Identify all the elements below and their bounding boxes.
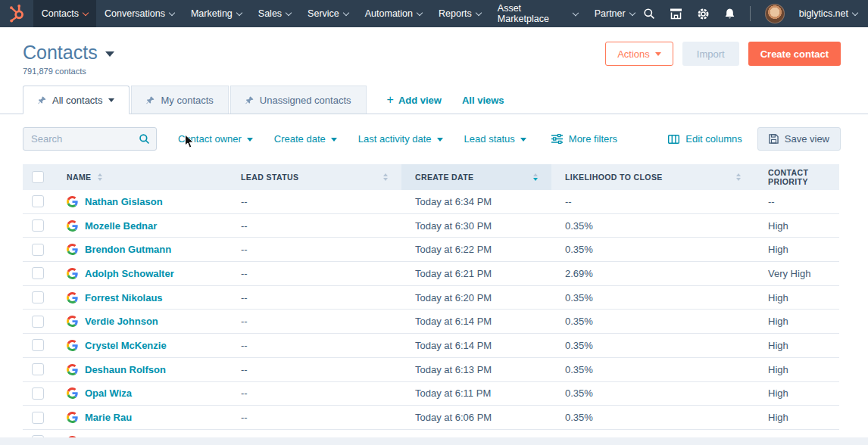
lead-status-cell: --	[227, 220, 401, 232]
nav-item-partner[interactable]: Partner	[586, 0, 643, 27]
filter-lead-status[interactable]: Lead status	[464, 133, 526, 145]
settings-gear-icon[interactable]	[697, 8, 710, 20]
priority-cell: High	[754, 316, 839, 327]
chevron-down-icon	[236, 9, 242, 15]
add-view-link[interactable]: Add view	[387, 94, 442, 106]
contact-name-link[interactable]: Verdie Johnson	[85, 316, 158, 327]
table-row[interactable]: Forrest Nikolaus -- Today at 6:20 PM 0.3…	[23, 286, 839, 310]
column-header-lead-status[interactable]: LEAD STATUS	[227, 164, 401, 190]
nav-item-reports[interactable]: Reports	[430, 0, 489, 27]
sort-icon[interactable]	[383, 173, 388, 181]
create-date-cell: Today at 6:14 PM	[401, 340, 551, 351]
row-checkbox[interactable]	[32, 244, 44, 256]
create-date-cell: Today at 6:13 PM	[401, 364, 551, 375]
actions-button[interactable]: Actions	[605, 42, 673, 66]
google-logo-icon	[67, 364, 78, 375]
nav-item-automation[interactable]: Automation	[357, 0, 430, 27]
nav-item-asset-marketplace[interactable]: Asset Marketplace	[489, 0, 586, 27]
row-checkbox[interactable]	[32, 267, 44, 279]
google-logo-icon	[67, 316, 78, 327]
contact-name-link[interactable]: Nathan Gislason	[85, 196, 163, 207]
filter-last-activity-date[interactable]: Last activity date	[358, 133, 443, 145]
column-header-likelihood-to-close[interactable]: LIKELIHOOD TO CLOSE	[551, 164, 754, 190]
contact-name-link[interactable]: Forrest Nikolaus	[85, 292, 163, 303]
table-row[interactable]: Opal Wiza -- Today at 6:11 PM 0.35% High	[23, 382, 839, 406]
priority-cell: High	[754, 412, 839, 423]
create-contact-button[interactable]: Create contact	[748, 42, 841, 66]
chevron-down-icon	[852, 9, 858, 15]
nav-item-sales[interactable]: Sales	[250, 0, 299, 27]
row-checkbox[interactable]	[32, 195, 44, 207]
contact-name-link[interactable]: Adolph Schowalter	[85, 268, 174, 279]
row-checkbox[interactable]	[32, 339, 44, 351]
filter-contact-owner[interactable]: Contact owner	[178, 133, 253, 145]
search-input[interactable]	[23, 127, 157, 151]
row-checkbox[interactable]	[32, 219, 44, 232]
contact-name-link[interactable]: Mozelle Bednar	[85, 220, 157, 232]
all-views-link[interactable]: All views	[462, 95, 504, 106]
nav-item-marketing[interactable]: Marketing	[183, 0, 250, 27]
account-menu[interactable]: biglytics.net	[799, 8, 857, 19]
column-header-contact-priority[interactable]: CONTACT PRIORITY	[754, 164, 839, 190]
tab-all-contacts[interactable]: All contacts	[23, 86, 130, 114]
column-header-label: CONTACT PRIORITY	[768, 168, 836, 186]
table-row[interactable]: Nathan Gislason -- Today at 6:34 PM -- -…	[23, 190, 839, 214]
hubspot-sprocket-logo[interactable]	[6, 0, 29, 27]
chevron-down-icon	[437, 138, 443, 142]
page-title-dropdown[interactable]: Contacts	[23, 42, 114, 64]
column-header-name[interactable]: NAME	[53, 164, 227, 190]
user-avatar[interactable]	[765, 4, 785, 23]
table-row[interactable]: Brendon Gutmann -- Today at 6:22 PM 0.35…	[23, 238, 839, 262]
chevron-down-icon	[83, 9, 89, 15]
marketplace-icon[interactable]	[670, 8, 682, 20]
import-button[interactable]: Import	[682, 42, 739, 66]
sort-icon[interactable]	[533, 173, 538, 181]
tab-unassigned-contacts[interactable]: Unassigned contacts	[230, 86, 367, 114]
column-header-create-date[interactable]: CREATE DATE	[401, 164, 551, 190]
contact-name-link[interactable]: Deshaun Rolfson	[85, 364, 166, 375]
chevron-down-icon	[655, 52, 661, 56]
account-name: biglytics.net	[799, 8, 848, 19]
select-all-checkbox[interactable]	[32, 171, 44, 183]
sort-icon[interactable]	[736, 173, 741, 181]
table-row[interactable]: Adolph Schowalter -- Today at 6:21 PM 2.…	[23, 262, 839, 286]
save-view-button[interactable]: Save view	[757, 127, 841, 151]
contact-name-link[interactable]: Marie Rau	[85, 412, 132, 423]
filter-create-date[interactable]: Create date	[274, 133, 337, 145]
lead-status-cell: --	[227, 196, 401, 207]
nav-item-conversations[interactable]: Conversations	[96, 0, 183, 27]
table-row[interactable]: Mozelle Bednar -- Today at 6:30 PM 0.35%…	[23, 214, 839, 238]
likelihood-cell: 2.69%	[551, 268, 754, 279]
likelihood-cell: --	[551, 196, 754, 207]
search-icon[interactable]	[643, 8, 655, 20]
edit-columns-button[interactable]: Edit columns	[668, 133, 742, 145]
top-navigation: Contacts Conversations Marketing Sales S…	[0, 0, 868, 27]
table-row[interactable]: Marie Rau -- Today at 6:06 PM 0.35% High	[23, 406, 839, 430]
row-checkbox[interactable]	[32, 387, 44, 400]
nav-item-contacts[interactable]: Contacts	[33, 0, 96, 27]
tab-my-contacts[interactable]: My contacts	[131, 86, 228, 114]
priority-cell: High	[754, 364, 839, 375]
contact-name-link[interactable]: Crystel McKenzie	[85, 340, 167, 351]
contact-name-link[interactable]: Brendon Gutmann	[85, 244, 171, 255]
notifications-bell-icon[interactable]	[724, 8, 735, 20]
chevron-down-icon	[343, 9, 349, 15]
table-row[interactable]: Verdie Johnson -- Today at 6:14 PM 0.35%…	[23, 310, 839, 334]
table-row[interactable]: Crystel McKenzie -- Today at 6:14 PM 0.3…	[23, 334, 839, 358]
likelihood-cell: 0.35%	[551, 220, 754, 232]
nav-item-service[interactable]: Service	[299, 0, 357, 27]
likelihood-cell: 0.35%	[551, 292, 754, 303]
row-checkbox[interactable]	[32, 316, 44, 328]
row-checkbox[interactable]	[32, 363, 44, 375]
row-checkbox[interactable]	[32, 291, 44, 303]
search-icon[interactable]	[139, 133, 150, 148]
table-row[interactable]: Deshaun Rolfson -- Today at 6:13 PM 0.35…	[23, 358, 839, 382]
row-checkbox[interactable]	[32, 412, 44, 424]
sort-icon[interactable]	[98, 173, 102, 181]
chevron-down-icon	[476, 9, 482, 15]
create-date-cell: Today at 6:34 PM	[401, 196, 551, 207]
contact-name-link[interactable]: Opal Wiza	[85, 387, 132, 399]
more-filters-button[interactable]: More filters	[551, 133, 617, 145]
column-header-label: NAME	[67, 173, 92, 182]
priority-cell: Very High	[754, 268, 839, 279]
